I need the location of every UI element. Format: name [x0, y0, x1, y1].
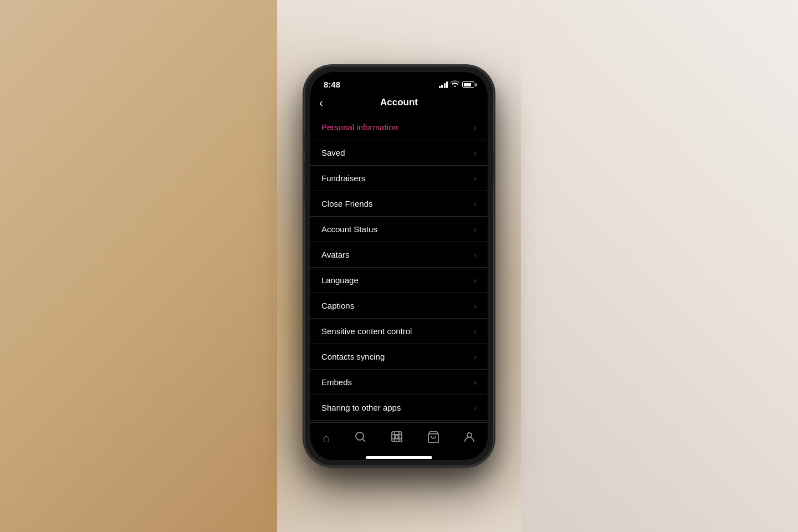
tab-home[interactable]: ⌂ — [318, 429, 334, 448]
status-bar: 8:48 — [310, 72, 488, 93]
chevron-icon: › — [474, 225, 477, 234]
home-icon: ⌂ — [323, 431, 330, 446]
chevron-icon: › — [474, 123, 477, 132]
menu-item-captions[interactable]: Captions › — [310, 293, 488, 319]
menu-label-sensitive-content: Sensitive content control — [321, 326, 412, 336]
chevron-icon: › — [474, 352, 477, 361]
phone-screen: 8:48 — [310, 72, 488, 460]
phone-body: 8:48 — [305, 66, 493, 466]
home-indicator — [366, 456, 432, 459]
menu-item-embeds[interactable]: Embeds › — [310, 370, 488, 395]
menu-label-close-friends: Close Friends — [321, 199, 373, 208]
header-title: Account — [319, 97, 479, 108]
menu-item-close-friends[interactable]: Close Friends › — [310, 191, 488, 217]
menu-item-avatars[interactable]: Avatars › — [310, 242, 488, 268]
menu-label-fundraisers: Fundraisers — [321, 173, 365, 183]
menu-item-personal-info[interactable]: Personal information › — [310, 115, 488, 140]
menu-label-contacts-syncing: Contacts syncing — [321, 352, 385, 361]
chevron-icon: › — [474, 149, 477, 157]
chevron-icon: › — [474, 200, 477, 208]
svg-point-0 — [356, 432, 364, 440]
back-button[interactable]: ‹ — [317, 94, 325, 111]
header: ‹ Account — [310, 93, 488, 115]
chevron-icon: › — [474, 378, 477, 387]
menu-label-avatars: Avatars — [321, 250, 350, 259]
profile-icon — [463, 431, 475, 446]
shop-icon — [427, 431, 439, 446]
tab-reels[interactable] — [386, 428, 407, 448]
menu-label-embeds: Embeds — [321, 377, 352, 387]
menu-list: Personal information › Saved › Fundraise… — [310, 115, 488, 422]
chevron-icon: › — [474, 276, 477, 285]
chevron-icon: › — [474, 403, 477, 412]
menu-label-language: Language — [321, 275, 359, 285]
tab-search[interactable] — [350, 428, 371, 448]
menu-item-saved[interactable]: Saved › — [310, 140, 488, 166]
menu-label-sharing: Sharing to other apps — [321, 403, 401, 412]
tab-shop[interactable] — [422, 428, 443, 448]
wifi-icon — [451, 80, 459, 89]
menu-item-fundraisers[interactable]: Fundraisers › — [310, 166, 488, 191]
chevron-icon: › — [474, 327, 477, 336]
phone-frame: 8:48 — [305, 66, 493, 466]
menu-label-personal-info: Personal information — [321, 122, 398, 132]
tab-bar: ⌂ — [310, 422, 488, 453]
menu-item-contacts-syncing[interactable]: Contacts syncing › — [310, 344, 488, 370]
menu-label-account-status: Account Status — [321, 224, 377, 234]
menu-item-sensitive-content[interactable]: Sensitive content control › — [310, 319, 488, 344]
reels-icon — [391, 431, 403, 446]
menu-item-language[interactable]: Language › — [310, 268, 488, 293]
svg-rect-2 — [392, 432, 402, 442]
status-icons — [439, 80, 475, 89]
chevron-icon: › — [474, 250, 477, 259]
svg-line-1 — [362, 439, 365, 442]
tab-profile[interactable] — [459, 428, 480, 448]
menu-label-captions: Captions — [321, 301, 354, 310]
menu-label-saved: Saved — [321, 148, 345, 157]
menu-item-sharing[interactable]: Sharing to other apps › — [310, 395, 488, 421]
chevron-icon: › — [474, 301, 477, 310]
svg-point-9 — [467, 433, 472, 437]
battery-icon — [462, 81, 474, 88]
menu-item-account-status[interactable]: Account Status › — [310, 217, 488, 242]
svg-point-3 — [395, 435, 398, 438]
chevron-icon: › — [474, 174, 477, 183]
signal-icon — [439, 81, 448, 88]
search-icon — [354, 431, 366, 446]
status-time: 8:48 — [324, 80, 340, 89]
